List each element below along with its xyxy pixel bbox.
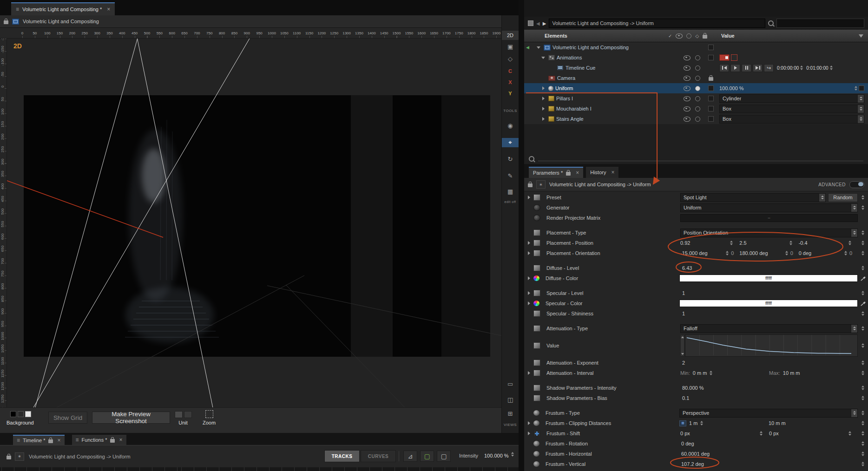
skip-start-button[interactable] (719, 64, 729, 72)
sub-value[interactable]: 0 (790, 250, 795, 256)
eyedropper-icon[interactable] (860, 275, 866, 281)
param-row[interactable]: Frustum - Horizontal60.0001 deg (524, 449, 868, 459)
lock-icon[interactable] (709, 77, 713, 81)
vertical-ruler[interactable]: -200-150-100-500501001502002503003504004… (0, 39, 7, 407)
param-value[interactable]: ▦1 m10 m m (679, 420, 858, 426)
dropdown-spinner-icon[interactable] (857, 95, 864, 103)
skip-end-button[interactable] (753, 64, 763, 72)
solo-column-icon[interactable] (686, 33, 691, 39)
search-icon[interactable] (529, 156, 534, 162)
number-value[interactable]: 6.43 (682, 265, 692, 271)
visibility-column-icon[interactable] (676, 33, 683, 39)
make-preview-screenshot-button[interactable]: Make Preview Screenshot (92, 412, 170, 424)
value-spinner-icon[interactable] (760, 431, 763, 436)
frame-all-button[interactable]: ▢ (420, 451, 434, 462)
param-row[interactable]: Value (524, 334, 868, 358)
value-spinner-icon[interactable] (855, 86, 857, 91)
mode-2d-button[interactable]: 2D (502, 31, 519, 40)
tree-row[interactable]: Moucharabieh IBox (524, 104, 868, 114)
value-spinner-icon[interactable] (830, 65, 833, 70)
visibility-eye-icon[interactable] (684, 96, 690, 101)
background-swatches[interactable] (10, 411, 31, 417)
number-value[interactable]: 60.0001 deg (681, 451, 710, 457)
solo-circle-icon[interactable] (695, 117, 700, 122)
param-value[interactable]: 6.43 (680, 265, 858, 271)
tree-row[interactable]: Stairs AngleBox (524, 114, 868, 124)
param-row[interactable]: Attenuation - TypeFalloff (524, 323, 868, 334)
advanced-toggle[interactable] (849, 181, 864, 188)
value-spinner-icon[interactable] (861, 266, 864, 270)
near-value[interactable]: 1 m (689, 420, 697, 426)
angle-tool-button[interactable]: ⊿ (403, 451, 417, 462)
grid-tool-icon[interactable]: ▦ (502, 187, 519, 196)
value-spinner-icon[interactable] (861, 230, 864, 235)
number-value[interactable]: 180.000 deg (739, 250, 783, 256)
solo-circle-icon[interactable] (695, 65, 700, 71)
dropdown-spinner-icon[interactable] (857, 105, 864, 113)
param-row[interactable]: Diffuse - Level6.43 (524, 263, 868, 273)
expander-icon[interactable] (535, 46, 542, 49)
value-spinner-icon[interactable] (848, 431, 851, 436)
number-value[interactable]: 80.000 % (682, 385, 704, 391)
sub-value[interactable]: 0 (731, 250, 736, 256)
number-value[interactable]: 0.92 (680, 240, 690, 246)
param-value[interactable]: Falloff (680, 324, 858, 333)
param-value[interactable]: 80.000 % (680, 385, 858, 391)
param-expander-icon[interactable] (524, 291, 533, 295)
value-spinner-icon[interactable] (861, 241, 864, 245)
tag-column-icon[interactable]: ◇ (695, 33, 699, 39)
param-dropdown[interactable]: Spot Light (680, 193, 826, 202)
checkbox-icon[interactable] (708, 85, 714, 91)
checkbox-icon[interactable] (859, 85, 864, 91)
goto-parent-icon[interactable]: ◀ (526, 45, 532, 50)
param-row[interactable]: Placement - Position0.922.5-0.4 (524, 238, 868, 248)
validate-icon[interactable]: ✓ (668, 33, 672, 39)
close-icon[interactable]: × (576, 170, 579, 176)
param-row[interactable]: Shadow Parameters - Bias0.1 (524, 393, 868, 403)
lock-icon[interactable] (566, 172, 571, 176)
number-value[interactable]: 2.5 (739, 240, 746, 246)
filter-icon[interactable] (859, 34, 863, 38)
far-value[interactable]: 10 m m (769, 420, 786, 426)
number-value[interactable]: 1 (682, 290, 685, 296)
lock-icon[interactable] (528, 183, 533, 187)
checkbox-icon[interactable] (708, 106, 714, 111)
param-row[interactable]: GeneratorUniform (524, 203, 868, 213)
param-row[interactable]: PresetSpot LightRandom (524, 192, 868, 203)
value-spinner-icon[interactable] (861, 291, 864, 295)
hexagon-tool-icon[interactable]: ◇ (502, 54, 519, 64)
horizontal-ruler[interactable]: 0501001502002503003504004505005506006507… (7, 28, 501, 38)
value-spinner-icon[interactable] (861, 451, 864, 456)
unit-pixel-icon[interactable] (175, 411, 183, 418)
param-expander-icon[interactable] (524, 241, 533, 245)
unit-toggle[interactable] (175, 411, 192, 418)
close-icon[interactable]: × (107, 6, 110, 13)
param-value[interactable]: Uniform (680, 203, 858, 212)
animation-state2-icon[interactable] (731, 54, 737, 61)
param-row[interactable]: Specular - Level1 (524, 288, 868, 298)
param-row[interactable]: Frustum - Shift0 px0 px (524, 428, 868, 438)
tree-row[interactable]: ◀Volumetric Light and Compositing (524, 42, 868, 52)
dropdown-spinner-icon[interactable] (851, 204, 857, 212)
solo-circle-icon[interactable] (695, 86, 700, 91)
edit-tool-icon[interactable]: ✎ (502, 171, 519, 181)
param-row[interactable]: Specular - Shininess1 (524, 308, 868, 319)
value-spinner-icon[interactable] (861, 205, 864, 210)
snap-tool-icon[interactable]: ◉ (502, 121, 519, 131)
lock-icon[interactable] (7, 456, 11, 459)
param-row[interactable]: Frustum - Rotation0 deg (524, 438, 868, 449)
value-spinner-icon[interactable] (861, 396, 864, 400)
number-value[interactable]: 1 (682, 311, 685, 316)
lock-column-icon[interactable] (703, 35, 707, 39)
search-input-line[interactable] (538, 160, 863, 161)
tracks-button[interactable]: TRACKS (324, 450, 360, 462)
unit-meter-icon[interactable] (184, 411, 192, 418)
param-row[interactable]: Frustum - Vertical107.2 deg (524, 459, 868, 469)
dropdown-spinner-icon[interactable] (851, 229, 857, 237)
nav-back-button[interactable]: ◀ (536, 21, 540, 26)
node-value[interactable]: 100.000 % (719, 85, 744, 91)
number-value[interactable]: 0 deg (681, 441, 694, 446)
param-value[interactable]: 2 (680, 360, 858, 366)
param-value[interactable]: ffffff (679, 275, 858, 282)
dropdown-spinner-icon[interactable] (851, 409, 857, 417)
